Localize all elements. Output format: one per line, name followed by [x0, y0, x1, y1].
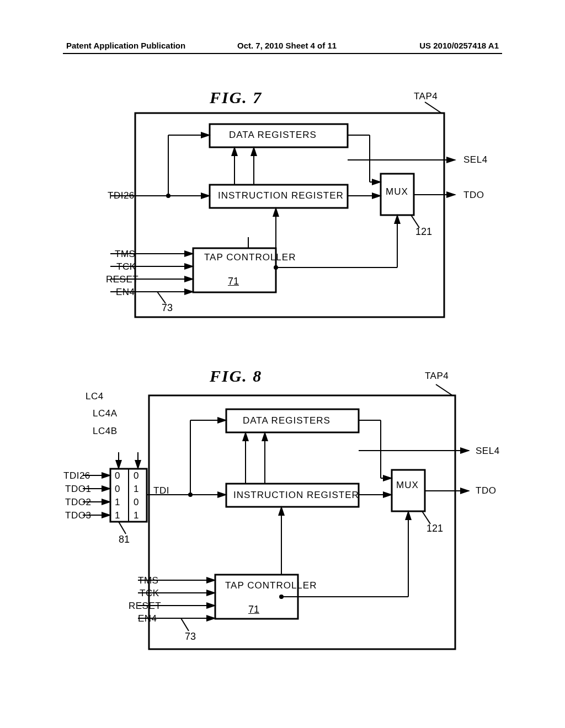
fig7-tdi26: TDI26	[108, 190, 135, 201]
fig8-lc4: LC4	[86, 391, 104, 402]
fig8-ref81: 81	[119, 534, 130, 545]
fig8-instruction-register: INSTRUCTION REGISTER	[233, 490, 359, 501]
svg-line-1	[425, 102, 441, 113]
fig7-ref121: 121	[415, 226, 432, 238]
fig8-mux: MUX	[396, 480, 419, 491]
fig7-tms: TMS	[115, 249, 135, 260]
fig7-tdo: TDO	[463, 190, 484, 201]
fig7-ref73: 73	[162, 302, 173, 314]
fig7-tck: TCK	[116, 261, 136, 272]
fig8-row2-b1: 1	[115, 497, 120, 508]
fig7-en4: EN4	[116, 287, 135, 298]
fig8-sel4: SEL4	[476, 446, 500, 457]
fig7-reset: RESET	[106, 274, 138, 285]
fig8-data-registers: DATA REGISTERS	[243, 415, 331, 426]
header-center: Oct. 7, 2010 Sheet 4 of 11	[237, 41, 337, 50]
fig8-row1-b0: 1	[134, 484, 139, 495]
fig8-row0-b1: 0	[115, 470, 120, 481]
fig8-tck: TCK	[140, 588, 159, 599]
fig7-instruction-register: INSTRUCTION REGISTER	[218, 190, 344, 201]
fig8-row2-sig: TDO2	[65, 497, 91, 508]
header-left: Patent Application Publication	[66, 41, 185, 50]
fig8-ref121: 121	[427, 523, 443, 534]
fig8-lc4a: LC4A	[93, 408, 118, 419]
svg-line-34	[436, 384, 452, 395]
fig8-ref73: 73	[185, 631, 196, 643]
fig8-module-label: TAP4	[425, 371, 449, 382]
fig8-tdo: TDO	[476, 485, 496, 496]
fig8-row3-sig: TDO3	[65, 510, 91, 521]
fig8-tdi-label: TDI	[153, 485, 169, 496]
fig8-row3-b0: 1	[134, 510, 139, 521]
fig8-row1-b1: 0	[115, 484, 120, 495]
svg-point-25	[274, 265, 278, 270]
svg-rect-33	[149, 395, 455, 649]
svg-line-69	[119, 522, 126, 534]
svg-line-31	[157, 292, 166, 303]
fig7-module-label: TAP4	[414, 91, 438, 102]
fig8-row2-b0: 0	[134, 497, 139, 508]
fig8-row0-b0: 0	[134, 470, 139, 481]
fig8-tms: TMS	[138, 575, 158, 586]
header-right: US 2010/0257418 A1	[419, 41, 499, 50]
fig8-tap-controller-ref: 71	[248, 604, 259, 615]
fig8-row1-sig: TDO1	[65, 484, 91, 495]
fig8-en4: EN4	[138, 613, 157, 624]
fig8-row3-b1: 1	[115, 510, 120, 521]
fig8-tap-controller: TAP CONTROLLER	[225, 580, 317, 591]
svg-line-70	[181, 618, 189, 631]
fig7-mux: MUX	[386, 186, 408, 197]
fig7-sel4: SEL4	[463, 154, 488, 165]
fig7-tap-controller-ref: 71	[228, 276, 239, 287]
fig7-tap-controller: TAP CONTROLLER	[204, 252, 296, 263]
fig8-reset: RESET	[129, 601, 161, 612]
fig8-row0-sig: TDI26	[63, 470, 90, 481]
header-rule	[63, 53, 502, 54]
fig8-lc4b: LC4B	[93, 426, 118, 437]
page: Patent Application Publication Oct. 7, 2…	[0, 0, 565, 728]
fig7-data-registers: DATA REGISTERS	[229, 130, 317, 141]
svg-line-71	[422, 511, 430, 524]
